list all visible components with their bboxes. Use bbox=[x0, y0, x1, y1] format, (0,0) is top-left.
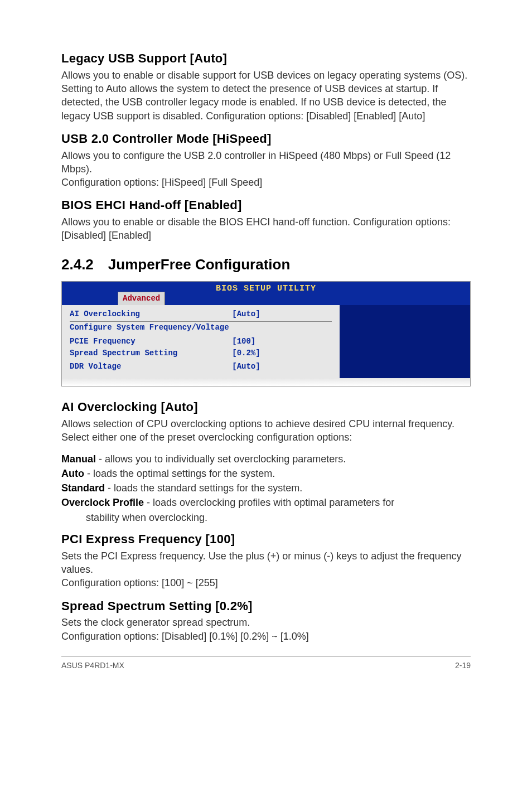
bios-row-ai-overclocking: AI Overclocking [Auto] bbox=[70, 308, 332, 320]
heading-spread-spectrum: Spread Spectrum Setting [0.2%] bbox=[61, 598, 471, 615]
bios-row-spread: Spread Spectrum Setting [0.2%] bbox=[70, 347, 332, 359]
heading-pci-express: PCI Express Frequency [100] bbox=[61, 531, 471, 548]
def-text-manual: - allows you to individually set overclo… bbox=[96, 453, 346, 465]
def-profile: Overclock Profile - loads overclocking p… bbox=[61, 496, 471, 509]
heading-ehci: BIOS EHCI Hand-off [Enabled] bbox=[61, 197, 471, 214]
body-usb20-1: Allows you to configure the USB 2.0 cont… bbox=[61, 149, 471, 176]
bios-left-panel: AI Overclocking [Auto] Configure System … bbox=[62, 305, 340, 378]
body-spread-1: Sets the clock generator spread spectrum… bbox=[61, 616, 471, 629]
bios-screenshot: BIOS SETUP UTILITY Advanced AI Overclock… bbox=[61, 281, 471, 386]
heading-legacy-usb: Legacy USB Support [Auto] bbox=[61, 50, 471, 67]
body-legacy-usb: Allows you to enable or disable support … bbox=[61, 69, 471, 123]
bios-row-pcie: PCIE Frequency [100] bbox=[70, 336, 332, 347]
heading-usb20: USB 2.0 Controller Mode [HiSpeed] bbox=[61, 131, 471, 147]
heading-ai-overclocking: AI Overclocking [Auto] bbox=[61, 399, 471, 416]
def-term-standard: Standard bbox=[61, 482, 105, 494]
def-text-standard: - loads the standard settings for the sy… bbox=[105, 482, 302, 494]
bios-label: AI Overclocking bbox=[70, 309, 232, 320]
page-footer: ASUS P4RD1-MX 2-19 bbox=[61, 656, 471, 671]
body-spread-2: Configuration options: [Disabled] [0.1%]… bbox=[61, 630, 471, 643]
bios-titlebar: BIOS SETUP UTILITY Advanced bbox=[62, 282, 470, 305]
bios-value: [Auto] bbox=[232, 309, 332, 320]
bios-fade bbox=[62, 378, 470, 386]
bios-body: AI Overclocking [Auto] Configure System … bbox=[62, 305, 470, 378]
def-term-profile: Overclock Profile bbox=[61, 497, 144, 508]
bios-tab-advanced: Advanced bbox=[118, 292, 165, 305]
footer-right: 2-19 bbox=[455, 660, 471, 671]
def-auto: Auto - loads the optimal settings for th… bbox=[61, 467, 471, 480]
bios-divider: Configure System Frequency/Voltage bbox=[70, 321, 332, 334]
def-text-profile: - loads overclocking profiles with optim… bbox=[144, 497, 394, 508]
def-standard: Standard - loads the standard settings f… bbox=[61, 481, 471, 495]
footer-left: ASUS P4RD1-MX bbox=[61, 660, 124, 671]
bios-row-ddr: DDR Voltage [Auto] bbox=[70, 361, 332, 373]
bios-label: DDR Voltage bbox=[70, 361, 232, 372]
bios-label: Spread Spectrum Setting bbox=[70, 348, 232, 359]
bios-right-panel bbox=[340, 305, 470, 378]
def-profile-cont: stability when overclocking. bbox=[61, 511, 471, 524]
bios-value: [100] bbox=[232, 336, 332, 347]
body-usb20-2: Configuration options: [HiSpeed] [Full S… bbox=[61, 176, 471, 189]
def-manual: Manual - allows you to individually set … bbox=[61, 452, 471, 466]
body-ehci: Allows you to enable or disable the BIOS… bbox=[61, 215, 471, 243]
def-term-auto: Auto bbox=[61, 468, 84, 479]
body-pci-1: Sets the PCI Express frequency. Use the … bbox=[61, 549, 471, 577]
bios-value: [0.2%] bbox=[232, 348, 332, 359]
def-term-manual: Manual bbox=[61, 453, 96, 465]
bios-label: PCIE Frequency bbox=[70, 336, 232, 347]
def-text-auto: - loads the optimal settings for the sys… bbox=[84, 468, 275, 479]
body-ai-overclocking: Allows selection of CPU overclocking opt… bbox=[61, 417, 471, 445]
bios-value: [Auto] bbox=[232, 361, 332, 372]
heading-jumperfree: 2.4.2 JumperFree Configuration bbox=[61, 255, 471, 274]
body-pci-2: Configuration options: [100] ~ [255] bbox=[61, 576, 471, 590]
